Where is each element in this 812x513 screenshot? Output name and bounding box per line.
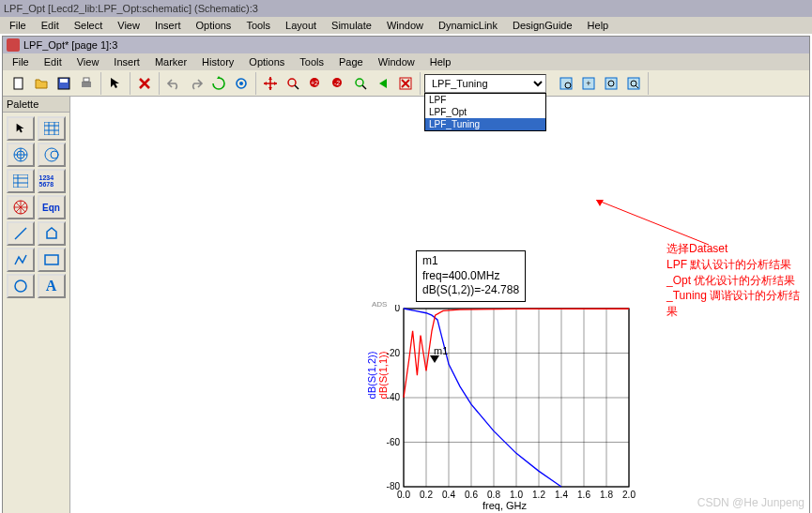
submenu-page[interactable]: Page bbox=[333, 55, 369, 68]
zoom-target-button[interactable] bbox=[282, 72, 304, 95]
submenu-insert[interactable]: Insert bbox=[108, 55, 146, 68]
settings-icon[interactable] bbox=[230, 72, 253, 95]
palette-pointer[interactable] bbox=[7, 116, 35, 141]
new-button[interactable] bbox=[8, 72, 30, 95]
canvas[interactable]: m1 freq=400.0MHz dB(S(1,2))=-24.788 ADS … bbox=[70, 97, 809, 513]
submenu-tools[interactable]: Tools bbox=[294, 55, 329, 68]
svg-rect-27 bbox=[13, 174, 28, 188]
svg-text:+: + bbox=[586, 79, 590, 88]
marker-readout[interactable]: m1 freq=400.0MHz dB(S(1,2))=-24.788 bbox=[416, 250, 526, 302]
palette-polygon[interactable] bbox=[38, 221, 66, 246]
move-button[interactable] bbox=[259, 72, 282, 95]
palette: Palette 1234 5678 Eqn A bbox=[3, 97, 70, 513]
palette-text[interactable]: A bbox=[38, 274, 66, 298]
menu-window[interactable]: Window bbox=[381, 19, 429, 32]
menu-help[interactable]: Help bbox=[582, 19, 615, 32]
submenu-file[interactable]: File bbox=[7, 55, 35, 68]
palette-antenna[interactable] bbox=[7, 195, 35, 219]
palette-equation[interactable]: Eqn bbox=[38, 195, 66, 219]
svg-text:2.0: 2.0 bbox=[622, 490, 636, 500]
dataset-dropdown[interactable]: LPF_Tuning bbox=[424, 74, 546, 93]
main-title: LPF_Opt [Lecd2_lib:LPF_Opt:schematic] (S… bbox=[4, 3, 258, 14]
delete-button[interactable] bbox=[133, 72, 156, 95]
main-title-bar: LPF_Opt [Lecd2_lib:LPF_Opt:schematic] (S… bbox=[0, 0, 812, 17]
menu-file[interactable]: File bbox=[4, 19, 32, 32]
print-button[interactable] bbox=[75, 72, 98, 95]
svg-rect-0 bbox=[14, 78, 23, 89]
open-button[interactable] bbox=[30, 72, 53, 95]
svg-point-6 bbox=[239, 82, 243, 85]
palette-polyline[interactable] bbox=[7, 248, 35, 272]
menu-layout[interactable]: Layout bbox=[280, 19, 322, 32]
palette-line[interactable] bbox=[7, 221, 35, 246]
pointer-button[interactable] bbox=[104, 72, 127, 95]
dropdown-item[interactable]: LPF_Tuning bbox=[425, 118, 545, 130]
menu-view[interactable]: View bbox=[112, 19, 146, 32]
palette-numbers[interactable]: 1234 5678 bbox=[38, 169, 66, 193]
sub-menu-bar: FileEditViewInsertMarkerHistoryOptionsTo… bbox=[3, 53, 809, 70]
svg-rect-18 bbox=[605, 78, 617, 89]
submenu-help[interactable]: Help bbox=[424, 55, 457, 68]
svg-text:0.8: 0.8 bbox=[487, 490, 500, 500]
palette-polar[interactable] bbox=[7, 143, 35, 167]
dataset-dropdown-list: LPFLPF_OptLPF_Tuning bbox=[424, 93, 546, 131]
plot-zoom-rect-button[interactable] bbox=[555, 72, 577, 95]
palette-title: Palette bbox=[3, 97, 69, 113]
back-button[interactable] bbox=[372, 72, 394, 95]
submenu-marker[interactable]: Marker bbox=[149, 55, 192, 68]
plot-svg: 0.00.20.40.60.81.01.21.41.61.82.0-80-60-… bbox=[381, 305, 638, 511]
zoom-half-button[interactable]: -2 bbox=[327, 72, 349, 95]
sub-title-text: LPF_Opt* [page 1]:3 bbox=[23, 39, 117, 51]
menu-edit[interactable]: Edit bbox=[36, 19, 65, 32]
menu-designguide[interactable]: DesignGuide bbox=[507, 19, 578, 32]
menu-options[interactable]: Options bbox=[190, 19, 237, 32]
undo-button[interactable] bbox=[162, 72, 185, 95]
plot-zoom-out-button[interactable] bbox=[600, 72, 622, 95]
svg-text:+2: +2 bbox=[311, 80, 318, 86]
submenu-window[interactable]: Window bbox=[373, 55, 421, 68]
cancel-button[interactable] bbox=[394, 72, 417, 95]
dropdown-item[interactable]: LPF bbox=[425, 94, 545, 106]
palette-grid[interactable] bbox=[38, 116, 66, 141]
dropdown-item[interactable]: LPF_Opt bbox=[425, 106, 545, 118]
menu-simulate[interactable]: Simulate bbox=[326, 19, 377, 32]
menu-insert[interactable]: Insert bbox=[149, 19, 187, 32]
svg-text:1.6: 1.6 bbox=[577, 490, 590, 500]
svg-text:-2: -2 bbox=[334, 80, 340, 86]
redo-button[interactable] bbox=[185, 72, 207, 95]
svg-text:0.6: 0.6 bbox=[465, 490, 478, 500]
svg-text:1.4: 1.4 bbox=[555, 490, 568, 500]
save-button[interactable] bbox=[53, 72, 75, 95]
zoom-fit-button[interactable] bbox=[349, 72, 372, 95]
svg-line-64 bbox=[596, 200, 709, 245]
svg-text:-40: -40 bbox=[387, 392, 401, 402]
palette-rectangle[interactable] bbox=[38, 248, 66, 272]
main-menu-bar: FileEditSelectViewInsertOptionsToolsLayo… bbox=[0, 17, 812, 34]
palette-smith[interactable] bbox=[38, 143, 66, 167]
menu-tools[interactable]: Tools bbox=[240, 19, 276, 32]
svg-rect-29 bbox=[45, 255, 58, 264]
svg-text:1.8: 1.8 bbox=[600, 490, 613, 500]
marker-name: m1 bbox=[422, 254, 519, 269]
refresh-button[interactable] bbox=[207, 72, 230, 95]
menu-dynamiclink[interactable]: DynamicLink bbox=[433, 19, 503, 32]
submenu-view[interactable]: View bbox=[71, 55, 105, 68]
svg-text:-80: -80 bbox=[387, 481, 401, 491]
chart[interactable]: ADS dB(S(1,2)) dB(S(1,1)) freq, GHz 0.00… bbox=[377, 303, 640, 513]
submenu-options[interactable]: Options bbox=[243, 55, 290, 68]
plot-zoom-fit-button[interactable] bbox=[622, 72, 645, 95]
submenu-edit[interactable]: Edit bbox=[38, 55, 68, 68]
svg-rect-22 bbox=[44, 122, 59, 135]
svg-text:0: 0 bbox=[394, 305, 400, 313]
menu-select[interactable]: Select bbox=[69, 19, 109, 32]
submenu-history[interactable]: History bbox=[196, 55, 239, 68]
plot-zoom-in-button[interactable]: + bbox=[577, 72, 600, 95]
zoom-2x-button[interactable]: +2 bbox=[304, 72, 327, 95]
svg-text:0.2: 0.2 bbox=[420, 490, 433, 500]
svg-point-12 bbox=[356, 79, 363, 86]
palette-circle[interactable] bbox=[7, 274, 35, 298]
marker-m1-triangle[interactable] bbox=[430, 355, 439, 363]
svg-text:-60: -60 bbox=[387, 437, 401, 447]
toolbar: +2 -2 LPF_Tuning LPFLPF_OptLPF_Tuning + bbox=[3, 70, 809, 97]
palette-list[interactable] bbox=[7, 169, 35, 193]
